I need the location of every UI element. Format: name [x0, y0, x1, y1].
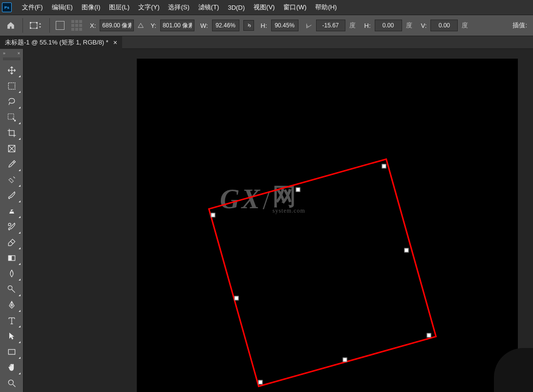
svg-rect-1: [30, 22, 31, 23]
y-input[interactable]: [160, 20, 194, 31]
document-tab-title: 未标题-1 @ 55.1% (矩形 1, RGB/8) *: [5, 38, 108, 47]
menu-type[interactable]: 文字(Y): [134, 1, 164, 14]
svg-rect-3: [30, 27, 31, 29]
reference-point-grid-icon[interactable]: [71, 20, 82, 31]
angle-input[interactable]: [316, 20, 345, 31]
menu-view[interactable]: 视图(V): [249, 1, 279, 14]
y-label: Y:: [150, 22, 156, 29]
history-brush-tool[interactable]: [2, 219, 21, 235]
tools-panel: »×: [0, 49, 23, 392]
x-label: X:: [90, 22, 96, 29]
document-tab[interactable]: 未标题-1 @ 55.1% (矩形 1, RGB/8) * ×: [0, 36, 122, 49]
spot-healing-tool[interactable]: [2, 172, 21, 188]
eraser-tool[interactable]: [2, 235, 21, 250]
hand-tool[interactable]: [2, 360, 21, 375]
brush-tool[interactable]: [2, 188, 21, 203]
menu-bar: Ps 文件(F) 编辑(E) 图像(I) 图层(L) 文字(Y) 选择(S) 滤…: [0, 0, 533, 15]
h-label: H:: [261, 22, 267, 29]
link-icon: [246, 22, 252, 28]
type-tool[interactable]: [2, 313, 21, 328]
svg-rect-0: [30, 22, 37, 28]
w-input[interactable]: [212, 20, 239, 31]
interpolation-label: 插值:: [512, 21, 527, 30]
menu-help[interactable]: 帮助(H): [311, 1, 341, 14]
x-input[interactable]: [100, 20, 134, 31]
toolbar-collapse[interactable]: »×: [0, 50, 23, 57]
menu-select[interactable]: 选择(S): [164, 1, 193, 14]
marquee-tool[interactable]: [2, 78, 21, 94]
rectangle-shape[interactable]: [208, 158, 437, 388]
transform-handle-ml[interactable]: [235, 296, 239, 301]
move-tool[interactable]: [2, 63, 21, 78]
transform-handle-bl[interactable]: [258, 380, 263, 385]
close-tab-button[interactable]: ×: [113, 39, 117, 46]
menu-file[interactable]: 文件(F): [18, 1, 47, 14]
rectangle-tool[interactable]: [2, 344, 21, 360]
menu-layer[interactable]: 图层(L): [105, 1, 134, 14]
transform-shape[interactable]: [210, 165, 435, 390]
home-icon: [6, 21, 15, 30]
clone-stamp-tool[interactable]: [2, 203, 21, 219]
lasso-tool[interactable]: [2, 94, 21, 109]
skew-h-label: H:: [364, 22, 371, 29]
app-logo-icon: Ps: [2, 2, 12, 12]
separator: [49, 18, 50, 33]
transform-handle-br[interactable]: [427, 333, 431, 338]
transform-handle-tr[interactable]: [382, 164, 386, 169]
transform-handle-mr[interactable]: [405, 248, 409, 253]
menu-window[interactable]: 窗口(W): [279, 1, 311, 14]
svg-rect-4: [36, 27, 38, 29]
blur-tool[interactable]: [2, 266, 21, 282]
svg-rect-11: [8, 349, 15, 354]
h-input[interactable]: [271, 20, 298, 31]
svg-rect-5: [8, 83, 15, 89]
gradient-tool[interactable]: [2, 250, 21, 266]
document-tab-bar: 未标题-1 @ 55.1% (矩形 1, RGB/8) * ×: [0, 36, 533, 49]
dodge-tool[interactable]: [2, 282, 21, 297]
svg-rect-2: [36, 22, 38, 23]
svg-point-12: [8, 380, 13, 385]
pen-tool[interactable]: [2, 297, 21, 313]
menu-3d[interactable]: 3D(D): [223, 2, 249, 13]
frame-tool[interactable]: [2, 141, 21, 156]
crop-tool[interactable]: [2, 125, 21, 141]
transform-icon: [29, 21, 43, 30]
transform-handle-tl[interactable]: [211, 213, 215, 218]
document-canvas[interactable]: G X / 网 system.com: [137, 59, 518, 392]
toolbar-grip-icon[interactable]: [3, 58, 21, 61]
reference-point-icon[interactable]: [56, 21, 64, 30]
deg-label-1: 度: [349, 21, 356, 30]
separator: [22, 18, 23, 33]
canvas-area[interactable]: G X / 网 system.com: [23, 49, 533, 392]
w-label: W:: [200, 22, 208, 29]
xy-delta-icon[interactable]: [137, 22, 145, 29]
deg-label-3: 度: [462, 21, 468, 30]
skew-h-input[interactable]: [375, 20, 402, 31]
workspace: »× G X / 网 sys: [0, 49, 533, 392]
home-button[interactable]: [3, 18, 19, 33]
menu-filter[interactable]: 滤镜(T): [194, 1, 224, 14]
menu-image[interactable]: 图像(I): [77, 1, 105, 14]
transform-tool-icon[interactable]: [27, 18, 45, 33]
skew-v-label: V:: [421, 22, 427, 29]
quick-selection-tool[interactable]: [2, 109, 21, 125]
svg-point-10: [8, 286, 12, 290]
skew-v-input[interactable]: [430, 20, 458, 31]
transform-handle-bm[interactable]: [343, 358, 347, 362]
angle-icon: [305, 22, 313, 29]
path-selection-tool[interactable]: [2, 328, 21, 344]
options-bar: X: Y: W: H: 度 H: 度 V: 度 插值:: [0, 15, 533, 36]
deg-label-2: 度: [406, 21, 412, 30]
svg-rect-9: [8, 256, 12, 261]
menu-edit[interactable]: 编辑(E): [47, 1, 77, 14]
zoom-tool[interactable]: [2, 375, 21, 391]
eyedropper-tool[interactable]: [2, 156, 21, 172]
transform-handle-tm[interactable]: [296, 188, 300, 192]
link-wh-button[interactable]: [243, 20, 254, 31]
